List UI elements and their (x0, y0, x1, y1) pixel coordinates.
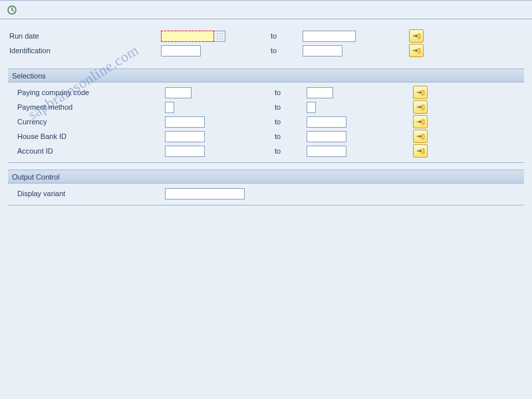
house-bank-multi-button[interactable] (413, 130, 428, 143)
row-identification: Identification to (8, 43, 524, 58)
payment-method-to-input[interactable] (307, 102, 316, 113)
run-date-to-input[interactable] (303, 31, 356, 42)
run-date-f4-button[interactable] (214, 31, 225, 42)
svg-rect-4 (218, 35, 221, 38)
currency-to-input[interactable] (307, 116, 346, 128)
selection-screen: Run date to Identification to (0, 0, 532, 399)
row-currency: Currency to (12, 114, 520, 129)
value-help-icon (217, 33, 223, 39)
arrow-folder-icon (416, 88, 425, 96)
row-account-id: Account ID to (12, 144, 520, 158)
output-control-group: Output Control Display variant (8, 170, 524, 205)
row-run-date: Run date to (8, 29, 524, 43)
row-payment-method: Payment method to (12, 100, 520, 114)
paying-cc-label: Paying company code (12, 88, 165, 96)
arrow-folder-icon (416, 132, 425, 140)
to-label: to (275, 132, 307, 140)
identification-multi-button[interactable] (409, 44, 424, 57)
identification-label: Identification (8, 47, 161, 55)
identification-to-input[interactable] (303, 45, 342, 57)
to-label: to (271, 47, 303, 55)
run-date-from-input[interactable] (161, 31, 214, 42)
arrow-folder-icon (412, 32, 421, 40)
display-variant-input[interactable] (165, 188, 245, 200)
to-label: to (275, 88, 307, 96)
output-control-header: Output Control (8, 170, 524, 184)
payment-method-multi-button[interactable] (413, 100, 428, 114)
arrow-folder-icon (416, 118, 425, 126)
account-id-to-input[interactable] (307, 146, 346, 157)
house-bank-label: House Bank ID (12, 132, 165, 140)
currency-label: Currency (12, 118, 165, 126)
payment-method-from-input[interactable] (165, 102, 174, 113)
identification-from-input[interactable] (161, 45, 201, 57)
output-control-body: Display variant (8, 184, 524, 205)
run-date-label: Run date (8, 32, 161, 40)
run-date-from-datebox (161, 31, 225, 42)
application-toolbar (0, 1, 532, 19)
run-date-multi-button[interactable] (409, 29, 424, 43)
display-variant-label: Display variant (12, 190, 165, 198)
to-label: to (271, 32, 303, 40)
content-area: Run date to Identification to (0, 19, 532, 213)
selections-header: Selections (8, 69, 524, 82)
currency-from-input[interactable] (165, 116, 205, 128)
account-id-from-input[interactable] (165, 146, 205, 157)
selections-group: Selections Paying company code to Paymen… (8, 68, 524, 163)
paying-cc-multi-button[interactable] (413, 86, 428, 99)
to-label: to (275, 147, 307, 155)
row-display-variant: Display variant (12, 186, 520, 201)
paying-cc-to-input[interactable] (307, 87, 333, 98)
to-label: to (275, 118, 307, 126)
svg-line-2 (12, 10, 14, 11)
row-house-bank: House Bank ID to (12, 129, 520, 144)
clock-execute-icon (7, 5, 17, 15)
payment-method-label: Payment method (12, 103, 165, 111)
arrow-folder-icon (412, 47, 421, 55)
currency-multi-button[interactable] (413, 115, 428, 128)
row-paying-cc: Paying company code to (12, 85, 520, 100)
to-label: to (275, 103, 307, 111)
house-bank-from-input[interactable] (165, 131, 205, 142)
account-id-label: Account ID (12, 147, 165, 155)
execute-button[interactable] (5, 3, 19, 17)
house-bank-to-input[interactable] (307, 131, 346, 142)
arrow-folder-icon (416, 103, 425, 111)
paying-cc-from-input[interactable] (165, 87, 192, 98)
arrow-folder-icon (416, 147, 425, 155)
account-id-multi-button[interactable] (413, 144, 428, 158)
selections-body: Paying company code to Payment method to (8, 82, 524, 162)
run-date-from-wrap (161, 31, 231, 42)
